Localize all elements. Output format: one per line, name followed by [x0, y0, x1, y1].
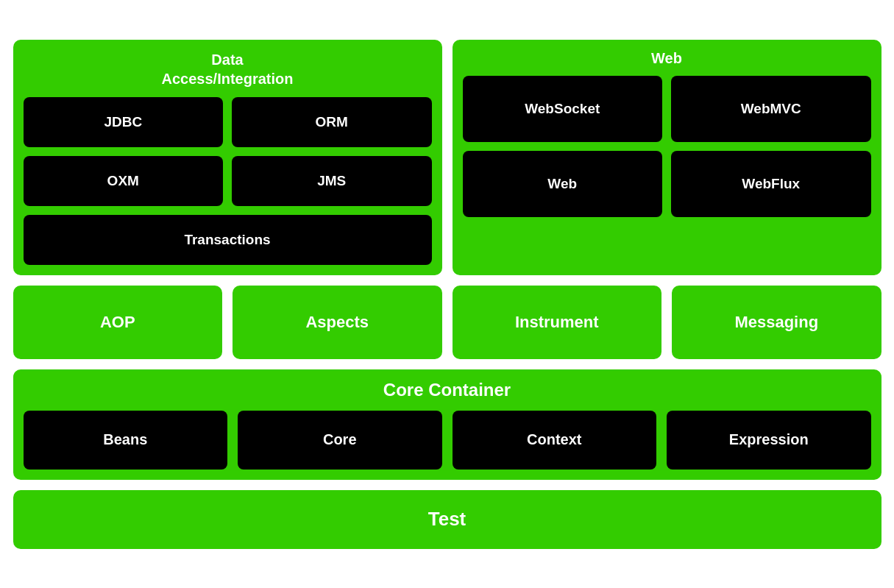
- row-middle: AOP Aspects Instrument Messaging: [13, 286, 881, 359]
- web-box: Web: [463, 151, 663, 217]
- context-box: Context: [453, 411, 657, 470]
- core-container-title: Core Container: [24, 380, 871, 400]
- aspects-box: Aspects: [233, 286, 442, 359]
- core-box: Core: [238, 411, 442, 470]
- webmvc-box: WebMVC: [671, 76, 871, 142]
- websocket-box: WebSocket: [463, 76, 663, 142]
- transactions-box: Transactions: [24, 215, 432, 265]
- jdbc-box: JDBC: [24, 97, 224, 147]
- data-access-title: Data Access/Integration: [24, 50, 432, 88]
- core-container-section: Core Container Beans Core Context Expres…: [13, 369, 881, 480]
- data-access-section: Data Access/Integration JDBC ORM OXM JMS…: [13, 40, 442, 275]
- webflux-box: WebFlux: [671, 151, 871, 217]
- data-access-grid: JDBC ORM OXM JMS Transactions: [24, 97, 432, 265]
- expression-box: Expression: [667, 411, 871, 470]
- jms-box: JMS: [232, 156, 432, 206]
- test-section: Test: [13, 490, 881, 549]
- aop-box: AOP: [13, 286, 223, 359]
- row-top: Data Access/Integration JDBC ORM OXM JMS…: [13, 40, 881, 275]
- beans-box: Beans: [24, 411, 228, 470]
- web-section: Web WebSocket WebMVC Web WebFlux: [453, 40, 881, 275]
- orm-box: ORM: [232, 97, 432, 147]
- web-grid: WebSocket WebMVC Web WebFlux: [463, 76, 871, 217]
- messaging-box: Messaging: [672, 286, 881, 359]
- instrument-box: Instrument: [453, 286, 662, 359]
- core-grid: Beans Core Context Expression: [24, 411, 871, 470]
- web-title: Web: [463, 50, 871, 67]
- spring-framework-diagram: Data Access/Integration JDBC ORM OXM JMS…: [13, 40, 881, 549]
- oxm-box: OXM: [24, 156, 224, 206]
